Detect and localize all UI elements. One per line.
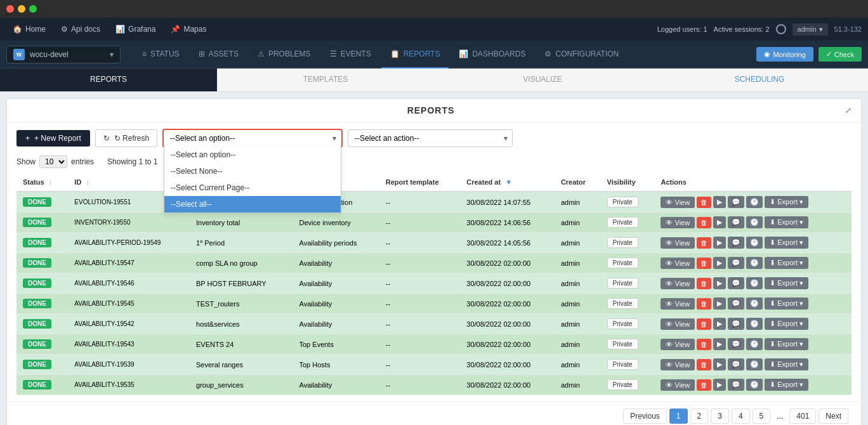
delete-button[interactable]: 🗑 — [697, 258, 711, 269]
pagination-page-4[interactable]: 4 — [732, 409, 750, 424]
delete-button[interactable]: 🗑 — [697, 298, 711, 310]
clock-button[interactable]: 🕐 — [746, 277, 763, 289]
play-button[interactable]: ▶ — [713, 277, 726, 289]
option-select-all[interactable]: --Select all-- — [164, 196, 341, 213]
new-report-button[interactable]: + + New Report — [16, 130, 90, 147]
maximize-button[interactable] — [29, 5, 37, 13]
clock-button[interactable]: 🕐 — [746, 298, 763, 310]
tab-templates[interactable]: TEMPLATES — [217, 69, 434, 91]
nav-status[interactable]: ≡ STATUS — [133, 41, 188, 69]
col-status[interactable]: Status ↕ — [16, 173, 68, 192]
delete-button[interactable]: 🗑 — [697, 197, 711, 208]
nav-reports[interactable]: 📋 REPORTS — [381, 41, 449, 69]
option-select-none[interactable]: --Select None-- — [164, 163, 341, 180]
pagination-next[interactable]: Next — [819, 409, 848, 424]
view-button[interactable]: 👁 View — [661, 258, 695, 269]
chat-button[interactable]: 💬 — [728, 379, 744, 391]
play-button[interactable]: ▶ — [713, 358, 726, 370]
export-button[interactable]: ⬇ Export ▾ — [765, 379, 808, 391]
view-button[interactable]: 👁 View — [661, 339, 695, 350]
col-visibility[interactable]: Visibility — [601, 173, 655, 192]
chat-button[interactable]: 💬 — [728, 358, 744, 370]
view-button[interactable]: 👁 View — [661, 217, 695, 228]
delete-button[interactable]: 🗑 — [697, 359, 711, 370]
export-button[interactable]: ⬇ Export ▾ — [765, 338, 808, 350]
tab-reports[interactable]: REPORTS — [0, 69, 217, 91]
clock-button[interactable]: 🕐 — [746, 196, 763, 208]
topnav-api-docs[interactable]: ⚙ Api docs — [55, 22, 107, 36]
play-button[interactable]: ▶ — [713, 338, 726, 350]
pagination-page-3[interactable]: 3 — [711, 409, 729, 424]
tab-visualize[interactable]: VISUALIZE — [434, 69, 651, 91]
option-select-an-option[interactable]: --Select an option-- — [164, 147, 341, 163]
export-button[interactable]: ⬇ Export ▾ — [765, 196, 808, 208]
nav-events[interactable]: ☰ EVENTS — [321, 41, 380, 69]
delete-button[interactable]: 🗑 — [697, 379, 711, 391]
export-button[interactable]: ⬇ Export ▾ — [765, 277, 808, 289]
option-select-current-page[interactable]: --Select Current Page-- — [164, 180, 341, 196]
chat-button[interactable]: 💬 — [728, 318, 744, 330]
delete-button[interactable]: 🗑 — [697, 237, 711, 249]
pagination-page-1[interactable]: 1 — [669, 409, 688, 424]
play-button[interactable]: ▶ — [713, 257, 726, 269]
export-button[interactable]: ⬇ Export ▾ — [765, 298, 808, 310]
nav-problems[interactable]: ⚠ PROBLEMS — [249, 41, 320, 69]
clock-button[interactable]: 🕐 — [746, 257, 763, 269]
play-button[interactable]: ▶ — [713, 196, 726, 208]
clock-button[interactable]: 🕐 — [746, 379, 763, 391]
view-button[interactable]: 👁 View — [661, 237, 695, 249]
chat-button[interactable]: 💬 — [728, 237, 744, 249]
play-button[interactable]: ▶ — [713, 216, 726, 228]
delete-button[interactable]: 🗑 — [697, 339, 711, 350]
col-report-template[interactable]: Report template — [379, 173, 461, 192]
chat-button[interactable]: 💬 — [728, 298, 744, 310]
export-button[interactable]: ⬇ Export ▾ — [765, 257, 808, 269]
workspace-selector[interactable]: w wocu-devel ▾ — [6, 46, 121, 63]
view-button[interactable]: 👁 View — [661, 197, 695, 208]
pagination-previous[interactable]: Previous — [623, 409, 667, 424]
play-button[interactable]: ▶ — [713, 318, 726, 330]
expand-icon[interactable]: ⤢ — [845, 106, 852, 115]
clock-button[interactable]: 🕐 — [746, 237, 763, 249]
admin-dropdown[interactable]: admin ▾ — [792, 23, 828, 36]
view-button[interactable]: 👁 View — [661, 318, 695, 330]
view-button[interactable]: 👁 View — [661, 359, 695, 370]
select-action-dropdown[interactable]: --Select an action-- — [348, 129, 513, 147]
delete-button[interactable]: 🗑 — [697, 217, 711, 228]
entries-per-page-select[interactable]: 10 25 50 — [39, 155, 67, 168]
pagination-page-2[interactable]: 2 — [690, 409, 709, 424]
export-button[interactable]: ⬇ Export ▾ — [765, 237, 808, 249]
check-button[interactable]: ✓ Check — [819, 47, 862, 62]
minimize-button[interactable] — [18, 5, 25, 13]
topnav-grafana[interactable]: 📊 Grafana — [109, 22, 162, 36]
delete-button[interactable]: 🗑 — [697, 278, 711, 289]
clock-button[interactable]: 🕐 — [746, 318, 763, 330]
nav-dashboards[interactable]: 📊 DASHBOARDS — [450, 41, 534, 69]
export-button[interactable]: ⬇ Export ▾ — [765, 318, 808, 330]
nav-assets[interactable]: ⊞ ASSETS — [190, 41, 247, 69]
export-button[interactable]: ⬇ Export ▾ — [765, 216, 808, 228]
col-creator[interactable]: Creator — [555, 173, 601, 192]
refresh-button[interactable]: ↻ ↻ Refresh — [95, 129, 157, 147]
play-button[interactable]: ▶ — [713, 237, 726, 249]
close-button[interactable] — [6, 5, 14, 13]
monitoring-button[interactable]: ◉ Monitoring — [756, 47, 813, 62]
view-button[interactable]: 👁 View — [661, 298, 695, 310]
chat-button[interactable]: 💬 — [728, 216, 744, 228]
topnav-mapas[interactable]: 📌 Mapas — [164, 22, 213, 36]
chat-button[interactable]: 💬 — [728, 338, 744, 350]
play-button[interactable]: ▶ — [713, 298, 726, 310]
tab-scheduling[interactable]: SCHEDULING — [651, 69, 868, 91]
chat-button[interactable]: 💬 — [728, 277, 744, 289]
nav-configuration[interactable]: ⚙ CONFIGURATION — [536, 41, 628, 69]
clock-button[interactable]: 🕐 — [746, 338, 763, 350]
delete-button[interactable]: 🗑 — [697, 318, 711, 330]
pagination-page-5[interactable]: 5 — [753, 409, 771, 424]
chat-button[interactable]: 💬 — [728, 196, 744, 208]
view-button[interactable]: 👁 View — [661, 278, 695, 289]
clock-button[interactable]: 🕐 — [746, 358, 763, 370]
col-created-at[interactable]: Created at ▼ — [460, 173, 555, 192]
play-button[interactable]: ▶ — [713, 379, 726, 391]
topnav-home[interactable]: 🏠 Home — [6, 22, 52, 36]
select-option-dropdown[interactable]: --Select an option-- --Select None-- --S… — [164, 130, 341, 147]
